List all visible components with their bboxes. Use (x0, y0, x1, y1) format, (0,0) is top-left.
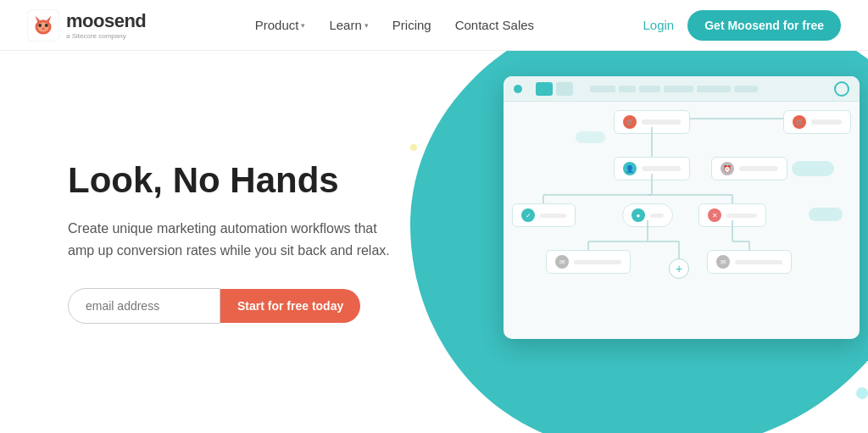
get-moosend-button[interactable]: Get Moosend for free (687, 10, 841, 41)
wf-node-5: ✓ (512, 203, 576, 227)
window-tab-2 (556, 82, 573, 96)
nav-learn[interactable]: Learn ▾ (329, 18, 368, 32)
nav-pricing[interactable]: Pricing (392, 18, 431, 32)
node-icon-7: ✕ (708, 208, 721, 222)
wf-node-2: 🛒 (783, 110, 851, 134)
wf-node-1: 🛒 (614, 110, 690, 134)
node-icon-5: ✓ (521, 208, 535, 222)
deco-blob-3 (576, 131, 605, 143)
email-form: Start for free today (68, 288, 390, 324)
window-line-1 (590, 86, 615, 92)
deco-dot-2 (410, 144, 417, 151)
wf-node-8: ✉ (546, 250, 631, 274)
deco-dot-4 (856, 387, 868, 399)
window-lines (590, 86, 758, 92)
node-label-1 (642, 119, 681, 125)
window-tabs (536, 82, 573, 96)
svg-point-6 (45, 24, 48, 27)
brand-sub: a Sitecore company (66, 32, 146, 40)
node-label-5 (540, 214, 566, 218)
node-icon-2: 🛒 (793, 115, 806, 129)
hero-left: Look, No Hands Create unique marketing a… (68, 160, 390, 324)
deco-dot-3 (402, 365, 410, 374)
node-label-8 (574, 260, 621, 264)
wf-node-6: ● (622, 203, 673, 227)
logo[interactable]: moosend a Sitecore company (27, 9, 146, 42)
header: moosend a Sitecore company Product ▾ Lea… (0, 0, 868, 51)
main-content: Look, No Hands Create unique marketing a… (0, 51, 868, 433)
deco-dot-1 (427, 102, 437, 112)
svg-point-4 (37, 22, 48, 31)
node-icon-1: 🛒 (623, 115, 637, 129)
login-button[interactable]: Login (643, 18, 675, 32)
node-icon-4: ⏰ (721, 162, 734, 175)
node-label-9 (735, 260, 782, 264)
workflow-window: 🛒 🛒 👤 ⏰ (504, 76, 860, 339)
hero-title: Look, No Hands (68, 160, 390, 201)
window-line-5 (697, 86, 731, 92)
chevron-icon: ▾ (301, 21, 305, 30)
node-label-4 (739, 166, 778, 171)
window-dot-1 (514, 85, 522, 93)
wf-node-4: ⏰ (711, 157, 787, 180)
nav-product[interactable]: Product ▾ (255, 18, 306, 32)
nav-contact-sales[interactable]: Contact Sales (455, 18, 534, 32)
node-icon-6: ● (632, 208, 645, 222)
svg-point-5 (38, 24, 42, 27)
node-label-2 (811, 119, 842, 125)
node-label-6 (650, 214, 664, 218)
window-line-3 (639, 86, 660, 92)
deco-blob-1 (792, 161, 834, 176)
brand-name: moosend (66, 10, 146, 32)
window-line-4 (664, 86, 693, 92)
window-circle (834, 81, 849, 97)
email-input[interactable] (68, 288, 220, 324)
start-free-button[interactable]: Start for free today (220, 289, 360, 323)
wf-node-7: ✕ (698, 203, 766, 227)
wf-node-9: ✉ (707, 250, 792, 274)
node-label-3 (642, 166, 681, 171)
node-label-7 (726, 214, 757, 218)
window-tab-1 (536, 82, 553, 96)
hero-right: 🛒 🛒 👤 ⏰ (359, 51, 868, 433)
window-line-6 (734, 86, 758, 92)
main-nav: Product ▾ Learn ▾ Pricing Contact Sales (255, 18, 534, 32)
wf-node-3: 👤 (614, 157, 690, 180)
header-actions: Login Get Moosend for free (643, 10, 842, 41)
node-icon-9: ✉ (716, 255, 730, 269)
node-icon-8: ✉ (555, 255, 569, 269)
wf-add-node[interactable]: + (669, 258, 689, 279)
window-line-2 (619, 86, 636, 92)
workflow-content: 🛒 🛒 👤 ⏰ (504, 102, 860, 339)
logo-icon (27, 9, 59, 42)
chevron-icon: ▾ (364, 21, 369, 30)
logo-text: moosend a Sitecore company (66, 10, 146, 40)
node-icon-3: 👤 (623, 162, 637, 175)
hero-description: Create unique marketing automation workf… (68, 218, 390, 261)
deco-blob-2 (809, 208, 843, 221)
window-titlebar (504, 76, 860, 102)
svg-point-7 (42, 27, 45, 30)
